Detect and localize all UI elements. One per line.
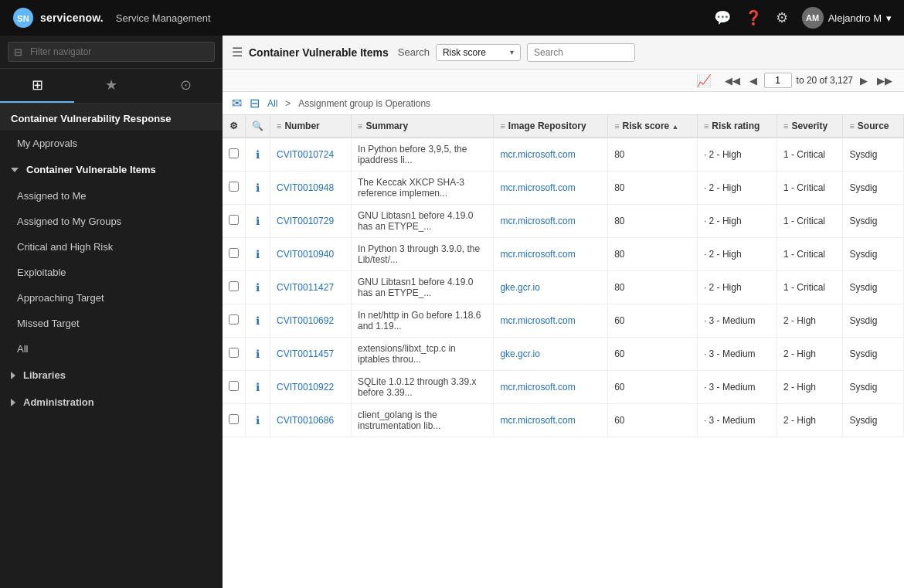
col-header-summary[interactable]: ≡Summary bbox=[351, 115, 493, 138]
filter-all-link[interactable]: All bbox=[267, 98, 277, 109]
repo-link[interactable]: mcr.microsoft.com bbox=[500, 315, 575, 326]
info-icon[interactable]: ℹ bbox=[256, 248, 260, 260]
row-checkbox[interactable] bbox=[229, 148, 239, 158]
row-repo-cell[interactable]: mcr.microsoft.com bbox=[494, 172, 608, 205]
repo-link[interactable]: mcr.microsoft.com bbox=[500, 249, 575, 260]
row-repo-cell[interactable]: mcr.microsoft.com bbox=[494, 404, 608, 437]
sidebar-item-assigned-to-me[interactable]: Assigned to Me bbox=[0, 183, 223, 209]
row-id-cell[interactable]: CVIT0011457 bbox=[270, 338, 352, 371]
row-info-cell[interactable]: ℹ bbox=[246, 238, 270, 271]
sidebar-item-container-vulnerable-items[interactable]: Container Vulnerable Items bbox=[0, 156, 223, 183]
row-id-link[interactable]: CVIT0010922 bbox=[277, 382, 334, 393]
repo-link[interactable]: gke.gcr.io bbox=[500, 348, 539, 359]
row-checkbox-cell[interactable] bbox=[223, 238, 246, 271]
row-checkbox[interactable] bbox=[229, 248, 239, 258]
info-icon[interactable]: ℹ bbox=[256, 281, 260, 294]
sidebar-section-container-vulnerability[interactable]: Container Vulnerability Response bbox=[0, 104, 223, 131]
prev-page-button[interactable]: ◀ bbox=[747, 73, 760, 88]
row-info-cell[interactable]: ℹ bbox=[246, 304, 270, 338]
row-id-link[interactable]: CVIT0010692 bbox=[277, 315, 334, 326]
row-id-cell[interactable]: CVIT0011427 bbox=[270, 271, 352, 304]
row-checkbox[interactable] bbox=[229, 314, 239, 325]
col-header-image-repository[interactable]: ≡Image Repository bbox=[494, 115, 608, 138]
hamburger-button[interactable]: ☰ bbox=[232, 45, 243, 59]
row-checkbox-cell[interactable] bbox=[223, 404, 246, 437]
info-icon[interactable]: ℹ bbox=[256, 381, 260, 393]
row-id-link[interactable]: CVIT0010948 bbox=[277, 182, 334, 193]
row-checkbox[interactable] bbox=[229, 348, 239, 358]
row-checkbox-cell[interactable] bbox=[223, 138, 246, 172]
tab-apps[interactable]: ⊞ bbox=[0, 69, 74, 103]
row-info-cell[interactable]: ℹ bbox=[246, 138, 270, 172]
sidebar-item-libraries[interactable]: Libraries bbox=[0, 362, 223, 389]
row-repo-cell[interactable]: mcr.microsoft.com bbox=[494, 138, 608, 172]
row-checkbox[interactable] bbox=[229, 182, 239, 192]
col-row-search[interactable]: 🔍 bbox=[246, 115, 270, 138]
filter-dropdown[interactable]: Risk score ▾ bbox=[436, 44, 521, 61]
help-icon[interactable]: ❓ bbox=[745, 9, 762, 26]
row-repo-cell[interactable]: gke.gcr.io bbox=[494, 271, 608, 304]
user-menu[interactable]: AM Alejandro M ▾ bbox=[802, 7, 892, 29]
sidebar-search-input[interactable] bbox=[8, 42, 215, 62]
sidebar-item-my-approvals[interactable]: My Approvals bbox=[0, 131, 223, 156]
info-icon[interactable]: ℹ bbox=[256, 314, 260, 327]
chat-icon[interactable]: 💬 bbox=[714, 9, 731, 26]
row-info-cell[interactable]: ℹ bbox=[246, 271, 270, 304]
row-checkbox-cell[interactable] bbox=[223, 338, 246, 371]
info-icon[interactable]: ℹ bbox=[256, 348, 260, 360]
row-info-cell[interactable]: ℹ bbox=[246, 338, 270, 371]
row-checkbox[interactable] bbox=[229, 281, 239, 291]
info-icon[interactable]: ℹ bbox=[256, 148, 260, 161]
row-id-link[interactable]: CVIT0011457 bbox=[277, 348, 334, 359]
col-header-risk-rating[interactable]: ≡Risk rating bbox=[697, 115, 777, 138]
filter-icon[interactable]: ⊟ bbox=[250, 96, 260, 110]
sidebar-item-exploitable[interactable]: Exploitable bbox=[0, 260, 223, 285]
row-id-cell[interactable]: CVIT0010729 bbox=[270, 205, 352, 238]
tab-history[interactable]: ⊙ bbox=[148, 69, 223, 103]
row-checkbox[interactable] bbox=[229, 381, 239, 391]
row-checkbox[interactable] bbox=[229, 215, 239, 225]
repo-link[interactable]: gke.gcr.io bbox=[500, 282, 539, 293]
row-id-cell[interactable]: CVIT0010686 bbox=[270, 404, 352, 437]
info-icon[interactable]: ℹ bbox=[256, 215, 260, 227]
col-header-severity[interactable]: ≡Severity bbox=[777, 115, 842, 138]
row-id-link[interactable]: CVIT0010729 bbox=[277, 216, 334, 226]
row-info-cell[interactable]: ℹ bbox=[246, 404, 270, 437]
sidebar-item-approaching-target[interactable]: Approaching Target bbox=[0, 285, 223, 311]
row-id-link[interactable]: CVIT0010724 bbox=[277, 149, 334, 160]
last-page-button[interactable]: ▶▶ bbox=[875, 73, 895, 88]
next-page-button[interactable]: ▶ bbox=[858, 73, 870, 88]
col-header-source[interactable]: ≡Source bbox=[843, 115, 904, 138]
col-header-number[interactable]: ≡Number bbox=[270, 115, 352, 138]
row-repo-cell[interactable]: mcr.microsoft.com bbox=[494, 205, 608, 238]
search-input[interactable] bbox=[527, 43, 635, 62]
row-id-cell[interactable]: CVIT0010692 bbox=[270, 304, 352, 338]
repo-link[interactable]: mcr.microsoft.com bbox=[500, 182, 575, 193]
sidebar-item-administration[interactable]: Administration bbox=[0, 389, 223, 416]
row-id-link[interactable]: CVIT0011427 bbox=[277, 282, 334, 293]
sidebar-item-all[interactable]: All bbox=[0, 336, 223, 362]
row-checkbox-cell[interactable] bbox=[223, 371, 246, 404]
repo-link[interactable]: mcr.microsoft.com bbox=[500, 382, 575, 393]
row-checkbox-cell[interactable] bbox=[223, 271, 246, 304]
row-info-cell[interactable]: ℹ bbox=[246, 172, 270, 205]
new-record-icon[interactable]: ✉ bbox=[232, 96, 242, 110]
repo-link[interactable]: mcr.microsoft.com bbox=[500, 415, 575, 426]
sidebar-item-missed-target[interactable]: Missed Target bbox=[0, 311, 223, 336]
settings-icon[interactable]: ⚙ bbox=[776, 9, 788, 26]
repo-link[interactable]: mcr.microsoft.com bbox=[500, 216, 575, 226]
row-id-cell[interactable]: CVIT0010948 bbox=[270, 172, 352, 205]
repo-link[interactable]: mcr.microsoft.com bbox=[500, 149, 575, 160]
col-header-risk-score[interactable]: ≡Risk score bbox=[608, 115, 698, 138]
row-checkbox-cell[interactable] bbox=[223, 172, 246, 205]
tab-favorites[interactable]: ★ bbox=[74, 69, 148, 103]
info-icon[interactable]: ℹ bbox=[256, 182, 260, 194]
row-repo-cell[interactable]: gke.gcr.io bbox=[494, 338, 608, 371]
row-repo-cell[interactable]: mcr.microsoft.com bbox=[494, 371, 608, 404]
info-icon[interactable]: ℹ bbox=[256, 414, 260, 427]
row-id-cell[interactable]: CVIT0010940 bbox=[270, 238, 352, 271]
column-settings-icon[interactable]: ⚙ bbox=[229, 121, 238, 131]
row-repo-cell[interactable]: mcr.microsoft.com bbox=[494, 304, 608, 338]
first-page-button[interactable]: ◀◀ bbox=[722, 73, 743, 88]
col-settings[interactable]: ⚙ bbox=[223, 115, 246, 138]
